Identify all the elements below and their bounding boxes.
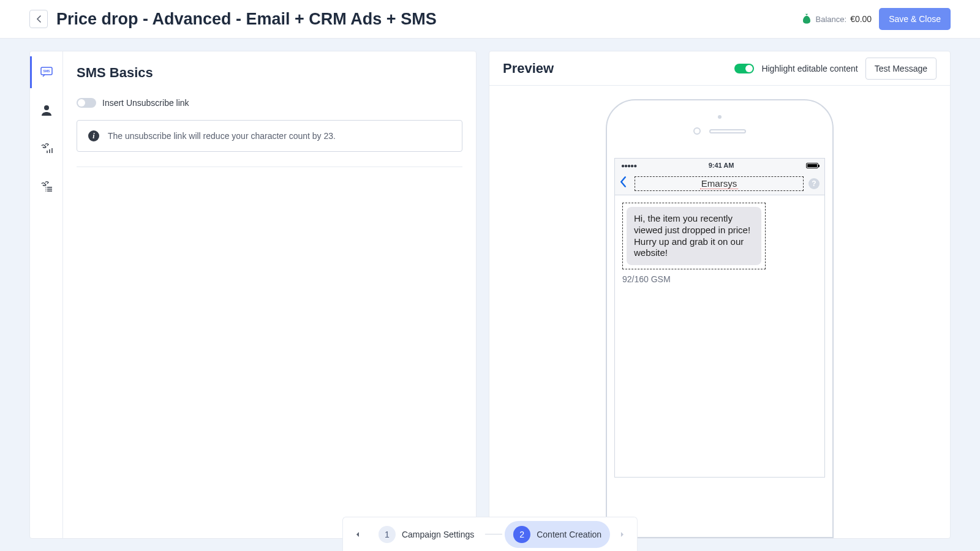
svg-point-4 [45, 189, 47, 190]
step-number: 2 [513, 526, 530, 543]
character-count: 92/160 GSM [622, 274, 817, 284]
svg-text:SMS: SMS [43, 69, 50, 73]
chevron-left-icon [36, 15, 41, 23]
step-number: 1 [379, 526, 396, 543]
unsubscribe-toggle[interactable] [77, 98, 96, 108]
step-prev-button[interactable] [348, 522, 368, 547]
highlight-toggle[interactable] [734, 64, 754, 73]
preview-title: Preview [503, 61, 727, 77]
step-navigator: 1 Campaign Settings 2 Content Creation [342, 517, 638, 551]
settings-panel: SMS SMS Basics Insert Unsubscribe link i… [29, 51, 477, 539]
phone-status-bar: ●●●●● 9:41 AM [615, 159, 824, 172]
help-icon[interactable]: ? [809, 178, 820, 189]
phone-camera-dot [718, 115, 722, 119]
settings-vertical-tabs: SMS [30, 51, 63, 538]
sms-basics-tab[interactable]: SMS [30, 60, 63, 84]
test-message-button[interactable]: Test Message [865, 58, 937, 80]
back-button[interactable] [29, 10, 48, 28]
svg-point-3 [45, 187, 47, 188]
link-analytics-tab[interactable] [30, 136, 63, 160]
link-chart-icon [40, 142, 53, 154]
svg-point-2 [44, 105, 49, 110]
unsubscribe-toggle-row: Insert Unsubscribe link [77, 98, 462, 108]
step-campaign-settings[interactable]: 1 Campaign Settings [370, 521, 483, 548]
page-title: Price drop - Advanced - Email + CRM Ads … [56, 10, 801, 29]
message-editable-area[interactable]: Hi, the item you recently viewed just dr… [622, 203, 766, 269]
step-connector [485, 534, 502, 534]
sms-icon: SMS [40, 67, 53, 78]
highlight-toggle-label: Highlight editable content [761, 64, 858, 73]
person-icon [40, 105, 53, 116]
phone-time: 9:41 AM [709, 162, 734, 169]
svg-point-5 [45, 190, 47, 192]
step-next-button[interactable] [612, 522, 632, 547]
info-icon: i [88, 130, 99, 141]
page-header: Price drop - Advanced - Email + CRM Ads … [0, 0, 980, 39]
step-label: Content Creation [537, 530, 601, 539]
preview-panel: Preview Highlight editable content Test … [489, 51, 951, 539]
divider [77, 167, 462, 167]
balance-label: Balance: [816, 15, 847, 24]
phone-mockup: ●●●●● 9:41 AM Emarsys ? [606, 99, 834, 538]
step-label: Campaign Settings [402, 530, 474, 539]
audience-tab[interactable] [30, 98, 63, 122]
unsubscribe-toggle-label: Insert Unsubscribe link [102, 98, 189, 108]
sender-name-editable[interactable]: Emarsys [635, 176, 804, 191]
sms-basics-title: SMS Basics [77, 65, 462, 81]
info-box: i The unsubscribe link will reduce your … [77, 120, 462, 152]
link-list-icon [40, 180, 53, 192]
message-bubble: Hi, the item you recently viewed just dr… [627, 207, 761, 265]
step-content-creation[interactable]: 2 Content Creation [505, 521, 610, 548]
phone-sensor-dot [693, 127, 701, 135]
save-close-button[interactable]: Save & Close [879, 8, 951, 30]
balance-amount: €0.00 [850, 14, 872, 24]
phone-back-chevron[interactable] [620, 176, 630, 192]
link-list-tab[interactable] [30, 174, 63, 198]
signal-dots: ●●●●● [621, 162, 636, 169]
money-bag-icon [801, 13, 812, 24]
battery-icon [806, 163, 818, 168]
info-text: The unsubscribe link will reduce your ch… [108, 131, 336, 141]
balance-display: Balance: €0.00 [801, 13, 872, 24]
phone-speaker [709, 129, 746, 133]
